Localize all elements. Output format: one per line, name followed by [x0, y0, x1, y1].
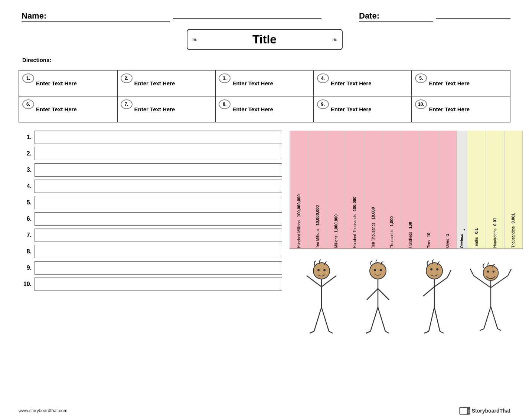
word-bank-text-5: Enter Text Here [429, 80, 470, 86]
pv-col-ten-millions: 10,000,000 Ten Millions [308, 131, 327, 249]
svg-line-29 [424, 331, 429, 333]
svg-line-28 [434, 307, 440, 331]
main-content: 1. 2. 3. 4. 5. 6. 7. 8. [19, 131, 510, 341]
line-input-7[interactable] [35, 229, 282, 242]
word-bank-cell-9: 9. Enter Text Here [314, 96, 412, 122]
place-value-chart: 100,000,000 Hundred Millions 10,000,000 … [290, 131, 523, 249]
pv-col-hundred-thousands: 100,000 Hundred Thousands [345, 131, 364, 249]
answer-lines-section: 1. 2. 3. 4. 5. 6. 7. 8. [19, 131, 282, 294]
svg-point-33 [493, 270, 495, 273]
word-bank-text-9: Enter Text Here [331, 106, 372, 112]
svg-line-40 [491, 306, 497, 329]
answer-line-row-5: 5. [19, 196, 282, 209]
word-bank-cell-6: 6. Enter Text Here [19, 96, 117, 122]
svg-point-31 [483, 265, 499, 280]
svg-line-26 [447, 270, 451, 278]
answer-line-row-4: 4. [19, 180, 282, 193]
svg-line-18 [366, 331, 370, 333]
word-bank-cell-8: 8. Enter Text Here [215, 96, 314, 122]
line-num-4: 4. [19, 183, 32, 190]
logo-icon [459, 407, 470, 415]
directions-label: Directions: [22, 57, 510, 63]
pv-label-hundreds: Hundreds [408, 232, 413, 248]
line-num-10: 10. [19, 281, 32, 288]
pv-num-thousandths: 0.001 [511, 213, 516, 224]
line-input-2[interactable] [35, 147, 282, 160]
line-input-6[interactable] [35, 212, 282, 226]
stick-figure-4 [468, 259, 513, 337]
pv-label-ones: Ones [445, 239, 450, 248]
line-num-2: 2. [19, 150, 32, 157]
name-field: Name: [19, 11, 321, 22]
line-input-10[interactable] [35, 278, 282, 291]
pv-col-thousands: 1,000 Thousands [382, 131, 401, 249]
bubble-6: 6. [22, 99, 34, 109]
pv-label-hundredths: Hundredths [493, 229, 497, 248]
word-bank-cell-1: 1. Enter Text Here [19, 70, 117, 96]
pv-num-ones: 1 [445, 234, 450, 236]
word-bank-cell-2: 2. Enter Text Here [117, 70, 216, 96]
line-input-4[interactable] [35, 180, 282, 193]
svg-line-19 [385, 331, 389, 333]
svg-point-10 [370, 263, 386, 279]
line-input-8[interactable] [35, 245, 282, 258]
svg-line-6 [314, 307, 321, 331]
svg-line-8 [310, 331, 314, 333]
pv-label-hundred-millions: Hundred Millions [297, 220, 301, 248]
pv-col-decimal: . Decimal [457, 131, 467, 249]
word-bank-text-3: Enter Text Here [232, 80, 273, 86]
svg-line-17 [378, 307, 385, 331]
word-bank-text-1: Enter Text Here [36, 80, 77, 86]
svg-point-11 [374, 269, 376, 271]
svg-point-21 [430, 268, 432, 270]
svg-point-22 [436, 268, 438, 270]
pv-label-millions: Millions [334, 236, 339, 248]
footer-logo: StoryboardThat [459, 407, 510, 415]
bubble-2: 2. [121, 73, 133, 83]
bubble-7: 7. [121, 99, 133, 109]
answer-line-row-1: 1. [19, 131, 282, 144]
pv-num-thousands: 1,000 [389, 216, 394, 227]
pv-label-hundred-thousands: Hundred Thousands [353, 214, 357, 248]
pv-label-ten-millions: Ten Millions [316, 229, 320, 248]
svg-line-39 [484, 306, 491, 329]
line-input-1[interactable] [35, 131, 282, 144]
line-input-3[interactable] [35, 163, 282, 177]
word-bank-text-4: Enter Text Here [331, 80, 372, 86]
svg-line-27 [429, 307, 434, 331]
line-input-5[interactable] [35, 196, 282, 209]
pv-label-tens: Tens [427, 240, 431, 248]
line-num-7: 7. [19, 232, 32, 239]
svg-line-30 [440, 331, 444, 333]
svg-point-20 [426, 263, 443, 279]
answer-line-row-2: 2. [19, 147, 282, 160]
date-label: Date: [359, 11, 433, 22]
answer-line-row-3: 3. [19, 163, 282, 177]
line-num-9: 9. [19, 265, 32, 271]
answer-line-row-10: 10. [19, 278, 282, 291]
pv-num-tens: 10 [427, 233, 431, 237]
svg-line-7 [321, 307, 329, 331]
bubble-3: 3. [219, 73, 231, 83]
pv-label-decimal: Decimal [460, 234, 464, 248]
line-input-9[interactable] [35, 261, 282, 275]
word-bank-text-8: Enter Text Here [232, 106, 273, 112]
pv-label-tenths: Tenths [474, 237, 479, 248]
title-text: Title [252, 33, 277, 46]
bubble-4: 4. [317, 73, 329, 83]
pv-col-hundreds: 100 Hundreds [401, 131, 419, 249]
stick-figures-area [290, 255, 523, 341]
svg-line-36 [470, 269, 474, 276]
name-line [173, 18, 321, 19]
svg-line-38 [508, 269, 511, 276]
word-bank-cell-5: 5. Enter Text Here [412, 70, 510, 96]
pv-num-hundredths: 0.01 [493, 218, 497, 226]
line-num-8: 8. [19, 248, 32, 255]
svg-line-42 [497, 329, 501, 331]
svg-point-0 [313, 263, 330, 279]
pv-num-tenths: 0.1 [474, 228, 479, 234]
stick-figure-3 [412, 259, 457, 337]
pv-col-ten-thousands: 10,000 Ten Thousands [364, 131, 382, 249]
bubble-5: 5. [415, 73, 427, 83]
pv-num-hundreds: 100 [408, 222, 413, 229]
